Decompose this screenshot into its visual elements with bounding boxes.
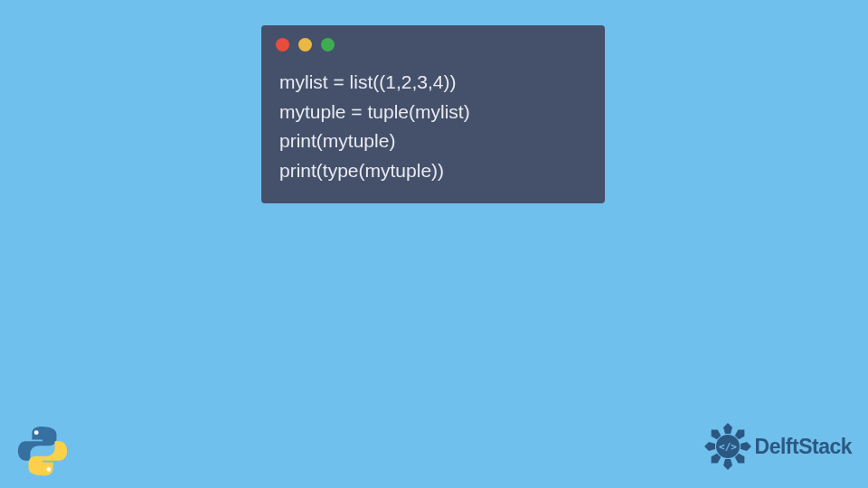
svg-point-1 — [46, 467, 51, 472]
code-content: mylist = list((1,2,3,4)) mytuple = tuple… — [261, 61, 605, 189]
code-line: print(mytuple) — [279, 127, 587, 156]
delftstack-logo: </> DelftStack — [703, 421, 852, 472]
code-line: print(type(mytuple)) — [279, 156, 587, 186]
python-logo-icon — [14, 423, 71, 479]
svg-text:</>: </> — [719, 441, 737, 453]
window-controls — [261, 25, 605, 61]
code-line: mytuple = tuple(mylist) — [279, 98, 587, 127]
code-line: mylist = list((1,2,3,4)) — [279, 68, 587, 98]
svg-point-0 — [34, 430, 39, 435]
window-minimize-icon — [298, 38, 312, 52]
window-close-icon — [276, 38, 289, 52]
code-window: mylist = list((1,2,3,4)) mytuple = tuple… — [261, 25, 605, 203]
delftstack-badge-icon: </> — [703, 421, 753, 472]
delftstack-text: DelftStack — [755, 435, 852, 459]
window-maximize-icon — [321, 38, 335, 52]
